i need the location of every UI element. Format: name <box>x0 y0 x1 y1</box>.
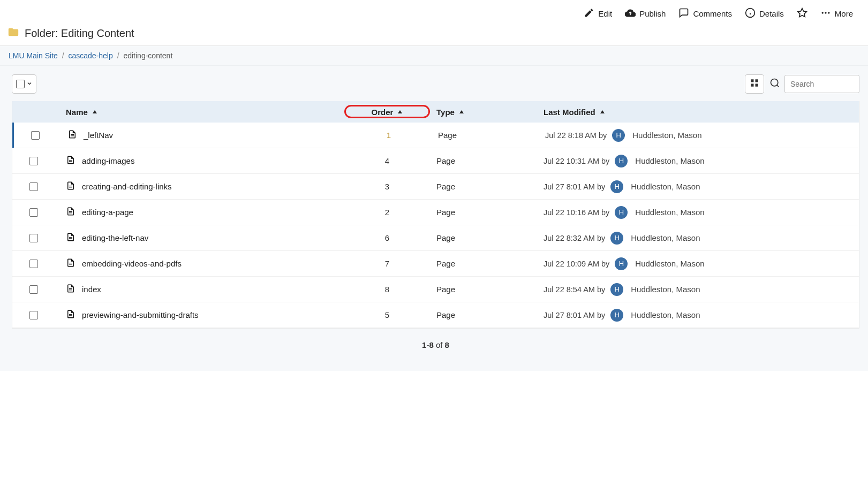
folder-icon <box>7 26 19 40</box>
row-name-cell: index <box>55 284 344 295</box>
breadcrumb: LMU Main Site / cascade-help / editing-c… <box>0 46 868 66</box>
file-name[interactable]: editing-the-left-nav <box>82 233 148 242</box>
table-row[interactable]: index8PageJul 22 8:54 AM by HHuddleston,… <box>12 277 859 302</box>
header-name-label: Name <box>66 108 88 117</box>
select-all-dropdown[interactable] <box>12 74 36 94</box>
grid-view-button[interactable] <box>745 74 764 94</box>
row-type-cell: Page <box>430 156 537 165</box>
publish-button[interactable]: Publish <box>625 7 666 20</box>
row-name-cell: previewing-and-submitting-drafts <box>55 309 344 321</box>
page-icon <box>66 309 76 321</box>
header-type[interactable]: Type <box>430 108 537 117</box>
row-name-cell: editing-a-page <box>55 207 344 218</box>
author-name[interactable]: Huddleston, Mason <box>631 310 700 319</box>
row-type-cell: Page <box>430 310 537 319</box>
svg-rect-20 <box>69 161 72 162</box>
search-input[interactable] <box>784 75 859 93</box>
table-row[interactable]: editing-the-left-nav6PageJul 22 8:32 AM … <box>12 225 859 251</box>
favorite-button[interactable] <box>797 7 807 20</box>
header-modified[interactable]: Last Modified <box>537 108 859 117</box>
row-order-cell: 7 <box>344 259 430 268</box>
svg-rect-26 <box>69 238 72 239</box>
edit-button[interactable]: Edit <box>584 7 612 20</box>
author-avatar[interactable]: H <box>615 206 628 219</box>
row-checkbox[interactable] <box>31 131 40 140</box>
svg-point-4 <box>821 12 823 13</box>
row-checkbox[interactable] <box>29 234 38 242</box>
author-avatar[interactable]: H <box>615 257 628 270</box>
file-name[interactable]: index <box>82 285 101 294</box>
breadcrumb-site[interactable]: LMU Main Site <box>9 51 58 60</box>
table-header: Name Order Type Last Modified <box>12 101 859 123</box>
file-name[interactable]: adding-images <box>82 156 134 165</box>
search-icon[interactable] <box>769 78 780 90</box>
author-avatar[interactable]: H <box>610 309 623 322</box>
row-checkbox[interactable] <box>29 260 38 268</box>
sort-asc-icon <box>397 109 403 115</box>
comments-button[interactable]: Comments <box>678 7 732 20</box>
header-name[interactable]: Name <box>55 108 344 117</box>
author-avatar[interactable]: H <box>610 283 623 296</box>
controls-row <box>12 74 859 94</box>
table-row[interactable]: _leftNav1PageJul 22 8:18 AM by HHuddlest… <box>12 123 859 148</box>
table-row[interactable]: adding-images4PageJul 22 10:31 AM by HHu… <box>12 148 859 174</box>
table-row[interactable]: editing-a-page2PageJul 22 10:16 AM by HH… <box>12 200 859 225</box>
table-row[interactable]: embedding-videos-and-pdfs7PageJul 22 10:… <box>12 251 859 277</box>
file-name[interactable]: previewing-and-submitting-drafts <box>82 310 199 319</box>
author-name[interactable]: Huddleston, Mason <box>631 285 700 294</box>
author-avatar[interactable]: H <box>610 180 623 193</box>
more-icon <box>820 7 831 20</box>
row-order-cell: 2 <box>344 208 430 217</box>
modified-text: Jul 22 10:16 AM by <box>544 208 609 217</box>
author-name[interactable]: Huddleston, Mason <box>631 233 700 242</box>
pagination-total: 8 <box>445 340 449 349</box>
search-wrap <box>769 75 859 93</box>
svg-rect-17 <box>71 134 74 135</box>
row-checkbox-cell <box>12 234 55 242</box>
file-name[interactable]: editing-a-page <box>82 208 133 217</box>
author-avatar[interactable]: H <box>615 155 628 167</box>
table-row[interactable]: creating-and-editing-links3PageJul 27 8:… <box>12 174 859 200</box>
pagination-of: of <box>434 340 445 349</box>
author-name[interactable]: Huddleston, Mason <box>631 182 700 191</box>
author-name[interactable]: Huddleston, Mason <box>632 131 701 140</box>
sort-asc-icon <box>600 109 605 115</box>
file-name[interactable]: embedding-videos-and-pdfs <box>82 259 182 268</box>
details-button[interactable]: Details <box>745 7 784 20</box>
row-checkbox[interactable] <box>29 285 38 294</box>
row-name-cell: _leftNav <box>57 129 346 141</box>
page-icon <box>66 207 76 218</box>
row-checkbox[interactable] <box>29 182 38 191</box>
star-icon <box>797 7 807 20</box>
page-icon <box>66 284 76 295</box>
row-modified-cell: Jul 27 8:01 AM by HHuddleston, Mason <box>537 180 859 193</box>
svg-rect-28 <box>69 264 72 264</box>
file-name[interactable]: _leftNav <box>84 131 113 140</box>
svg-rect-23 <box>69 211 72 212</box>
table-row[interactable]: previewing-and-submitting-drafts5PageJul… <box>12 302 859 328</box>
modified-text: Jul 22 8:18 AM by <box>545 131 607 140</box>
author-name[interactable]: Huddleston, Mason <box>635 208 704 217</box>
view-controls <box>745 74 859 94</box>
select-all-checkbox[interactable] <box>16 80 25 88</box>
order-value: 2 <box>385 208 389 217</box>
svg-rect-24 <box>69 212 72 213</box>
row-checkbox-cell <box>12 260 55 268</box>
row-checkbox[interactable] <box>29 311 38 319</box>
file-name[interactable]: creating-and-editing-links <box>82 182 172 191</box>
row-checkbox-cell <box>12 311 55 319</box>
author-avatar[interactable]: H <box>612 129 625 142</box>
author-avatar[interactable]: H <box>610 232 623 245</box>
breadcrumb-level1[interactable]: cascade-help <box>68 51 112 60</box>
order-value: 1 <box>387 131 391 140</box>
header-modified-label: Last Modified <box>544 108 595 117</box>
author-name[interactable]: Huddleston, Mason <box>635 259 704 268</box>
author-name[interactable]: Huddleston, Mason <box>635 156 704 165</box>
svg-marker-13 <box>93 110 97 113</box>
row-checkbox[interactable] <box>29 157 38 165</box>
more-button[interactable]: More <box>820 7 853 20</box>
row-checkbox[interactable] <box>29 208 38 217</box>
header-order[interactable]: Order <box>344 108 430 117</box>
type-value: Page <box>436 259 455 268</box>
row-name-cell: editing-the-left-nav <box>55 232 344 243</box>
